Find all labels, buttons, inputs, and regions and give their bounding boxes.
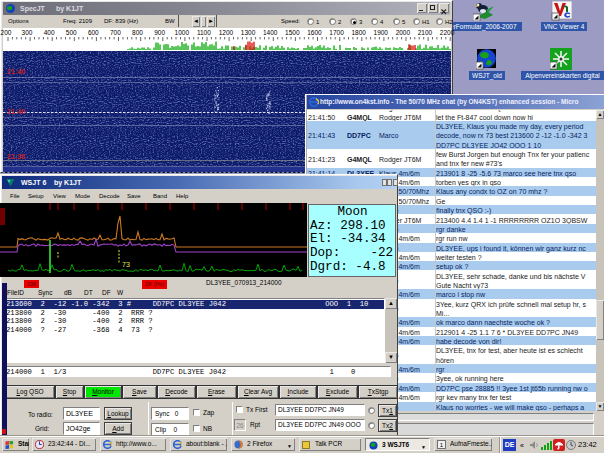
svg-text:73: 73: [122, 261, 130, 268]
